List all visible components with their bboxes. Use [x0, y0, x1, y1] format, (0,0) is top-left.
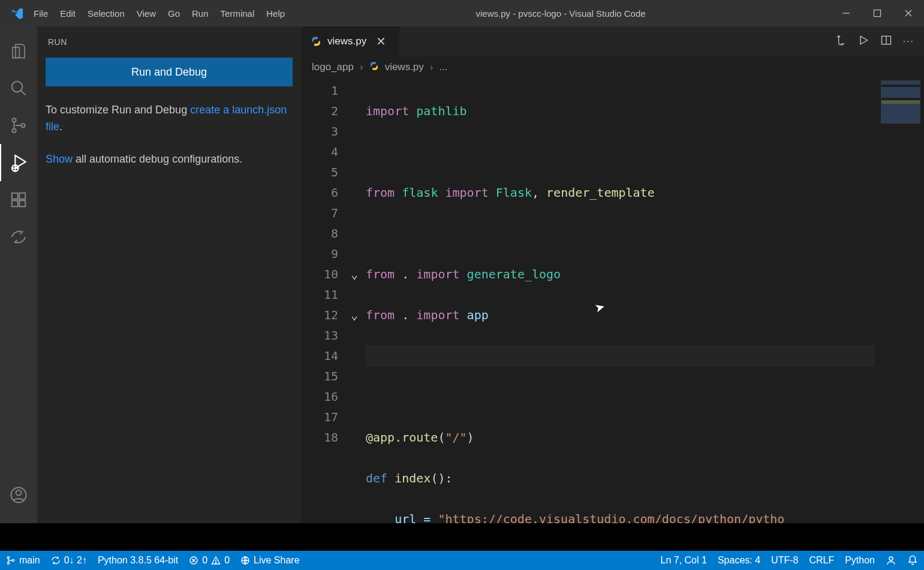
sidebar-customize-text: To customize Run and Debug create a laun… [46, 102, 293, 136]
menu-run[interactable]: Run [186, 8, 215, 19]
chevron-right-icon: › [360, 61, 363, 73]
chevron-right-icon: › [430, 61, 434, 73]
tab-close-icon[interactable]: ✕ [372, 34, 390, 49]
code-content[interactable]: import pathlib from flask import Flask, … [360, 78, 924, 541]
git-sync[interactable]: 0↓ 2↑ [51, 555, 87, 566]
fold-gutter[interactable]: ⌄⌄ [349, 78, 360, 541]
notifications-icon[interactable] [907, 555, 918, 566]
svg-rect-1 [874, 10, 881, 17]
svg-point-25 [12, 559, 14, 561]
eol[interactable]: CRLF [809, 555, 834, 566]
fold-chevron-icon: ⌄ [349, 305, 360, 325]
svg-point-7 [12, 129, 16, 133]
menu-help[interactable]: Help [260, 8, 291, 19]
activity-bar [0, 26, 37, 551]
menu-selection[interactable]: Selection [82, 8, 131, 19]
svg-point-30 [215, 562, 216, 563]
breadcrumb-folder[interactable]: logo_app [312, 61, 354, 73]
svg-line-5 [21, 91, 26, 95]
problems-errors[interactable]: 0 0 [189, 555, 230, 566]
breadcrumb-file[interactable]: views.py [385, 61, 424, 73]
menu-view[interactable]: View [131, 8, 162, 19]
vscode-logo-icon [6, 7, 28, 20]
more-actions-icon[interactable]: ··· [903, 36, 914, 47]
menu-file[interactable]: File [28, 8, 54, 19]
svg-rect-15 [12, 200, 18, 206]
python-file-icon [311, 36, 321, 47]
svg-point-32 [889, 557, 893, 560]
svg-marker-20 [860, 36, 868, 44]
run-and-debug-button[interactable]: Run and Debug [46, 58, 293, 86]
git-branch[interactable]: main [6, 555, 40, 566]
sidebar-customize-prefix: To customize Run and Debug [46, 104, 190, 116]
svg-point-23 [7, 557, 9, 559]
status-bar: main 0↓ 2↑ Python 3.8.5 64-bit 0 0 Live … [0, 551, 924, 570]
run-debug-icon[interactable] [0, 144, 37, 181]
language-mode[interactable]: Python [845, 555, 875, 566]
indent-spaces[interactable]: Spaces: 4 [718, 555, 760, 566]
live-share[interactable]: Live Share [240, 555, 300, 566]
accounts-icon[interactable] [0, 476, 37, 514]
title-bar: File Edit Selection View Go Run Terminal… [0, 0, 924, 26]
explorer-icon[interactable] [0, 32, 37, 70]
compare-changes-icon[interactable] [835, 34, 847, 49]
svg-rect-16 [19, 200, 25, 206]
sidebar-customize-suffix: . [59, 121, 62, 133]
sidebar-show-suffix: all automatic debug configurations. [73, 153, 242, 165]
line-number-gutter: 123456789101112131415161718 [301, 78, 349, 541]
close-button[interactable] [893, 0, 924, 26]
minimap[interactable] [875, 78, 924, 541]
tabs-row: views.py ✕ ··· [301, 26, 924, 56]
svg-rect-14 [19, 193, 25, 199]
svg-point-6 [12, 118, 16, 122]
tab-views-py[interactable]: views.py ✕ [301, 26, 399, 56]
split-editor-icon[interactable] [880, 34, 892, 49]
feedback-icon[interactable] [886, 555, 896, 566]
editor-area: views.py ✕ ··· logo_app › [301, 26, 924, 551]
remote-explorer-icon[interactable] [0, 218, 37, 256]
breadcrumb[interactable]: logo_app › views.py › ... [301, 56, 924, 78]
minimize-button[interactable] [830, 0, 862, 26]
source-control-icon[interactable] [0, 107, 37, 144]
show-auto-config-link[interactable]: Show [46, 153, 73, 165]
search-icon[interactable] [0, 70, 37, 107]
svg-point-4 [12, 82, 23, 92]
svg-point-18 [16, 490, 22, 496]
svg-point-8 [21, 124, 25, 127]
breadcrumb-more[interactable]: ... [440, 61, 448, 73]
run-file-icon[interactable] [857, 34, 869, 49]
menu-go[interactable]: Go [162, 8, 186, 19]
svg-marker-9 [15, 155, 25, 168]
menu-terminal[interactable]: Terminal [215, 8, 261, 19]
sidebar-show-text: Show all automatic debug configurations. [46, 151, 293, 168]
svg-point-24 [7, 562, 9, 564]
sidebar-title: RUN [46, 31, 293, 58]
window-title: views.py - pvscc-logo - Visual Studio Co… [291, 8, 830, 19]
fold-chevron-icon: ⌄ [349, 264, 360, 284]
editor-body[interactable]: 123456789101112131415161718 ⌄⌄ import pa… [301, 78, 924, 541]
svg-rect-13 [12, 193, 18, 199]
python-file-icon [369, 61, 379, 74]
cursor-position[interactable]: Ln 7, Col 1 [661, 555, 707, 566]
encoding[interactable]: UTF-8 [771, 555, 798, 566]
menu-edit[interactable]: Edit [54, 8, 82, 19]
extensions-icon[interactable] [0, 181, 37, 218]
python-interpreter[interactable]: Python 3.8.5 64-bit [98, 555, 178, 566]
tab-filename: views.py [327, 35, 366, 47]
run-sidebar: RUN Run and Debug To customize Run and D… [37, 26, 301, 551]
maximize-button[interactable] [862, 0, 893, 26]
minimap-viewport[interactable] [881, 80, 920, 124]
